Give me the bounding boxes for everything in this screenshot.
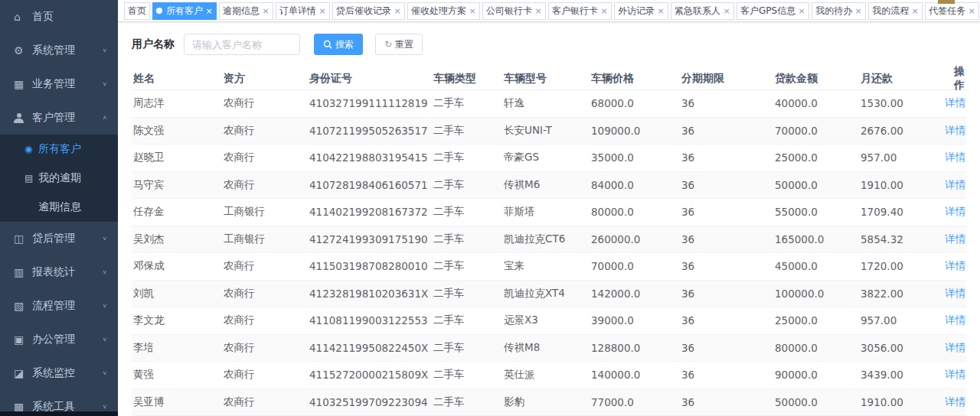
table-cell: 40000.0	[773, 97, 859, 109]
table-cell-action: 详情	[943, 341, 966, 355]
table-cell: 二手车	[432, 151, 502, 164]
tab-close-icon[interactable]: ×	[798, 3, 805, 19]
tab-label: 首页	[128, 3, 146, 19]
detail-link[interactable]: 详情	[945, 232, 965, 245]
sidebar-item-postloan-mgmt[interactable]: ◫ 贷后管理 ∨	[0, 222, 118, 255]
detail-link[interactable]: 详情	[945, 395, 965, 408]
tab-客户GPS信息[interactable]: 客户GPS信息×	[737, 2, 809, 20]
search-input[interactable]	[184, 34, 300, 55]
tab-逾期信息[interactable]: 逾期信息×	[219, 2, 273, 20]
search-icon	[323, 40, 332, 49]
detail-link[interactable]: 详情	[945, 178, 965, 190]
tab-close-icon[interactable]: ×	[394, 3, 401, 19]
tab-我的流程[interactable]: 我的流程×	[868, 2, 923, 20]
tab-客户银行卡[interactable]: 客户银行卡×	[548, 2, 612, 20]
tab-close-icon[interactable]: ×	[911, 3, 919, 19]
table-cell: 410327199111112819	[308, 97, 432, 109]
chevron-up-icon: ∧	[102, 115, 107, 121]
tab-代签任务[interactable]: 代签任务×	[925, 2, 979, 20]
column-header: 车辆类型	[432, 72, 502, 86]
table-cell: 1720.00	[859, 260, 943, 272]
tab-close-icon[interactable]: ×	[657, 3, 665, 19]
table-cell: 3822.00	[859, 288, 943, 300]
sidebar-item-system-mgmt[interactable]: ⚙ 系统管理 ∨	[0, 34, 118, 67]
table-cell: 工商银行	[222, 232, 308, 246]
table-cell: 二手车	[432, 287, 502, 301]
reset-button[interactable]: ↻ 重置	[375, 34, 423, 55]
tab-close-icon[interactable]: ×	[723, 3, 730, 19]
table-cell: 80000.0	[773, 342, 859, 354]
table-cell: 农商行	[222, 395, 308, 409]
search-button[interactable]: 搜索	[314, 34, 363, 55]
table-cell: 36	[680, 151, 773, 164]
sidebar-item-all-customers[interactable]: ◉ 所有客户	[0, 135, 118, 164]
table-cell: 二手车	[432, 232, 502, 246]
table-cell: 410728198406160571	[308, 179, 432, 191]
detail-link[interactable]: 详情	[945, 259, 965, 271]
table-cell: 菲斯塔	[502, 205, 590, 219]
table-cell: 1709.40	[859, 206, 943, 218]
table-cell: 凯迪拉克CT6	[502, 232, 590, 246]
search-label: 用户名称	[132, 37, 175, 51]
detail-link[interactable]: 详情	[945, 205, 965, 217]
table-cell: 109000.0	[590, 125, 680, 137]
sidebar-item-office-mgmt[interactable]: ▣ 办公管理 ∨	[0, 323, 118, 356]
sidebar-item-system-monitor[interactable]: ◪ 系统监控 ∨	[0, 356, 118, 390]
table-cell: 凯迪拉克XT4	[502, 287, 590, 301]
tab-close-icon[interactable]: ×	[600, 3, 608, 19]
tab-订单详情[interactable]: 订单详情×	[276, 2, 330, 20]
detail-link[interactable]: 详情	[945, 151, 965, 163]
table-row: 李文龙农商行411081199003122553二手车远景X339000.036…	[132, 307, 966, 335]
table-cell: 远景X3	[502, 314, 590, 327]
tab-close-icon[interactable]: ×	[205, 3, 213, 19]
table-cell: 410721199505263517	[308, 125, 432, 137]
tab-我的待办[interactable]: 我的待办×	[812, 2, 866, 20]
sidebar-item-home[interactable]: ⌂ 首页	[0, 0, 118, 34]
tab-贷后催收记录[interactable]: 贷后催收记录×	[332, 2, 405, 20]
table-cell: 农商行	[222, 96, 308, 110]
sidebar-item-label: 办公管理	[32, 333, 102, 346]
detail-link[interactable]: 详情	[945, 368, 965, 380]
tab-公司银行卡[interactable]: 公司银行卡×	[482, 2, 546, 20]
table-cell: 36	[680, 369, 773, 381]
table-cell-action: 详情	[943, 205, 966, 219]
table-cell: 长安UNI-T	[502, 124, 590, 138]
tab-close-icon[interactable]: ×	[469, 3, 476, 19]
tab-首页[interactable]: 首页	[124, 2, 150, 20]
table-cell-action: 详情	[943, 314, 966, 327]
table-cell: 2676.00	[859, 125, 943, 137]
table-cell: 农商行	[222, 287, 308, 301]
detail-link[interactable]: 详情	[945, 314, 965, 326]
all-customers-icon: ◉	[24, 144, 38, 154]
sidebar-item-report-stats[interactable]: ▥ 报表统计 ∨	[0, 255, 118, 289]
table-cell: 25000.0	[773, 314, 859, 327]
tab-close-icon[interactable]: ×	[534, 3, 542, 19]
tab-所有客户[interactable]: 所有客户×	[152, 2, 217, 20]
table-header: 姓名资方身份证号车辆类型车辆型号车辆价格分期期限贷款金额月还款操作	[132, 65, 966, 90]
sidebar-item-flow-mgmt[interactable]: ▧ 流程管理 ∨	[0, 289, 118, 323]
sidebar-item-overdue-info[interactable]: 逾期信息	[0, 193, 118, 222]
detail-link[interactable]: 详情	[945, 96, 965, 109]
table-cell: 农商行	[222, 178, 308, 192]
detail-link[interactable]: 详情	[945, 341, 965, 353]
tab-close-icon[interactable]: ×	[262, 3, 270, 19]
table-cell: 农商行	[222, 124, 308, 138]
tab-外访记录[interactable]: 外访记录×	[614, 2, 668, 20]
table-cell: 马守宾	[132, 178, 222, 192]
detail-link[interactable]: 详情	[945, 124, 965, 136]
sidebar-item-business-mgmt[interactable]: ▦ 业务管理 ∨	[0, 67, 118, 101]
tab-label: 代签任务	[929, 3, 965, 19]
sidebar-item-my-overdue[interactable]: ▤ 我的逾期	[0, 164, 118, 193]
table-cell-action: 详情	[943, 178, 966, 192]
detail-link[interactable]: 详情	[945, 287, 965, 299]
tab-催收处理方案[interactable]: 催收处理方案×	[407, 2, 480, 20]
sidebar-item-customer-mgmt[interactable]: 客户管理 ∧	[0, 101, 118, 135]
chevron-down-icon: ∨	[102, 370, 107, 376]
table-cell: 宝来	[502, 259, 590, 273]
tab-close-icon[interactable]: ×	[854, 3, 862, 19]
table-row: 黄强农商行41152720000215809X二手车英仕派140000.0369…	[132, 362, 966, 389]
tab-紧急联系人[interactable]: 紧急联系人×	[671, 2, 734, 20]
table-cell: 1910.00	[859, 396, 943, 408]
tab-close-icon[interactable]: ×	[968, 3, 975, 19]
tab-close-icon[interactable]: ×	[318, 3, 326, 19]
